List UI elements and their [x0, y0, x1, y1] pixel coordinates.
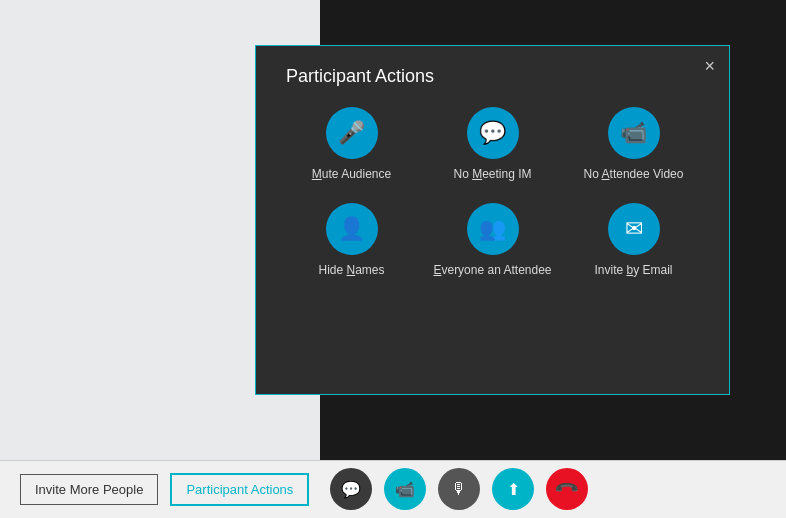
invite-email-icon: ✉ — [608, 203, 660, 255]
modal-close-button[interactable]: × — [704, 56, 715, 77]
camera-button[interactable]: 📹 — [384, 468, 426, 510]
participant-actions-button[interactable]: Participant Actions — [170, 473, 309, 506]
action-no-attendee-video[interactable]: 📹 No Attendee Video — [568, 107, 699, 183]
everyone-attendee-label: Everyone an Attendee — [433, 263, 551, 279]
action-no-meeting-im[interactable]: 💬 No Meeting IM — [427, 107, 558, 183]
participant-actions-modal: × Participant Actions 🎤 Mute Audience 💬 … — [255, 45, 730, 395]
chat-button[interactable]: 💬 — [330, 468, 372, 510]
no-meeting-im-icon: 💬 — [467, 107, 519, 159]
modal-title: Participant Actions — [286, 66, 699, 87]
no-attendee-video-icon: 📹 — [608, 107, 660, 159]
action-hide-names[interactable]: 👤 Hide Names — [286, 203, 417, 279]
no-attendee-video-label: No Attendee Video — [584, 167, 684, 183]
mute-audience-icon: 🎤 — [326, 107, 378, 159]
share-button[interactable]: ⬆ — [492, 468, 534, 510]
invite-more-people-button[interactable]: Invite More People — [20, 474, 158, 505]
mute-audience-label: Mute Audience — [312, 167, 391, 183]
invite-email-label: Invite by Email — [594, 263, 672, 279]
everyone-attendee-icon: 👥 — [467, 203, 519, 255]
actions-grid: 🎤 Mute Audience 💬 No Meeting IM 📹 No Att… — [286, 107, 699, 278]
no-meeting-im-label: No Meeting IM — [453, 167, 531, 183]
action-invite-by-email[interactable]: ✉ Invite by Email — [568, 203, 699, 279]
hide-names-icon: 👤 — [326, 203, 378, 255]
hide-names-label: Hide Names — [318, 263, 384, 279]
mic-button[interactable]: 🎙 — [438, 468, 480, 510]
action-mute-audience[interactable]: 🎤 Mute Audience — [286, 107, 417, 183]
action-everyone-attendee[interactable]: 👥 Everyone an Attendee — [427, 203, 558, 279]
end-call-button[interactable]: 📞 — [537, 459, 596, 518]
